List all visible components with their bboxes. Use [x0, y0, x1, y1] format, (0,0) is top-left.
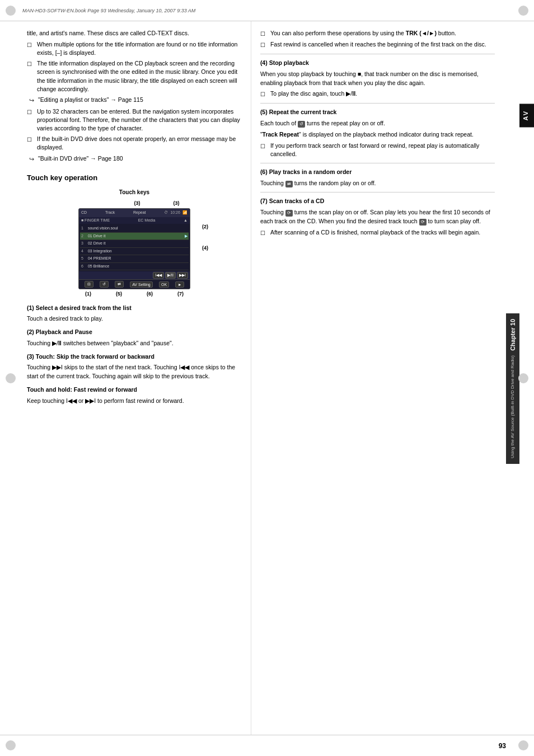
- play-pause-btn[interactable]: ▶/II: [165, 272, 176, 279]
- chapter-number: Chapter 10: [509, 319, 516, 351]
- skip-back-btn[interactable]: I◀◀: [153, 272, 164, 279]
- bullet-text-2: The title information displayed on the C…: [37, 59, 242, 93]
- section-2-title: (2) Playback and Pause: [27, 328, 242, 337]
- callout-top-row: (3) (3): [73, 200, 196, 208]
- cd-interface: CD Track Repeat ⏱ 10:26 📶 ■ FINGER TIME …: [78, 208, 190, 289]
- corner-marker-br: [518, 740, 528, 750]
- note-text-2: "Built-in DVD drive" → Page 180: [38, 154, 242, 163]
- corner-marker-mr: [518, 373, 528, 383]
- track-name-5: 05 Brilliance: [88, 264, 188, 270]
- callout-6: (6): [147, 290, 153, 298]
- checkbox-icon-4: ☐: [27, 135, 35, 144]
- section-4-text: When you stop playback by touching ■, th…: [260, 70, 495, 88]
- section-4-bullet: ☐ To play the disc again, touch ▶/II.: [260, 90, 495, 98]
- arrow-icon-1: ↪: [29, 96, 38, 105]
- separator-4: [260, 192, 495, 192]
- section-3-text: Touching ▶▶I skips to the start of the n…: [27, 363, 242, 381]
- track-row-2[interactable]: 3 02 Drive it: [80, 240, 189, 248]
- track-row-1[interactable]: 2 01 Drive it ▶: [80, 233, 189, 241]
- track-row-4[interactable]: 5 04 PREMIER: [80, 255, 189, 263]
- separator-1: [260, 54, 495, 54]
- track-num-2: 3: [81, 241, 88, 247]
- cd-extra-icon: ▲: [184, 218, 188, 224]
- right-checkbox-1: ☐: [260, 30, 268, 38]
- callout-1: (1): [85, 290, 91, 298]
- cd-time-value: 10:26: [170, 210, 180, 216]
- section-7-checkbox: ☐: [260, 229, 268, 237]
- track-num-0: 1: [81, 226, 88, 232]
- touch-keys-label: Touch keys: [27, 188, 242, 196]
- track-row-5[interactable]: 6 05 Brilliance: [80, 263, 189, 271]
- callout-5: (5): [116, 290, 122, 298]
- checkbox-icon-3: ☐: [27, 108, 35, 116]
- folder-btn[interactable]: ⊟: [85, 281, 93, 288]
- checkbox-icon-1: ☐: [27, 41, 35, 49]
- numbered-sections: (1) Select a desired track from the list…: [27, 304, 242, 406]
- track-num-3: 4: [81, 248, 88, 255]
- repeat-btn[interactable]: ↺: [100, 281, 109, 288]
- cd-middle-controls: I◀◀ ▶/II ▶▶I: [79, 271, 190, 279]
- bullet-text-4: If the built-in DVD drive does not opera…: [37, 135, 242, 152]
- cd-time-icon: ⏱: [164, 210, 168, 216]
- track-name-0: sound.vision.soul: [88, 226, 188, 232]
- bullet-text-1: When multiple options for the title info…: [37, 40, 242, 57]
- callout-7: (7): [177, 290, 184, 298]
- section-3-title: (3) Touch: Skip the track forward or bac…: [27, 353, 242, 361]
- right-checkbox-2: ☐: [260, 41, 268, 49]
- corner-marker-tl: [6, 6, 16, 16]
- chapter-sidebar: Chapter 10 Using the AV Source (Built-in…: [506, 313, 519, 464]
- track-num-4: 5: [81, 256, 88, 262]
- cd-controls-bar: ⊟ ↺ ⇄ AV Setting OK ►: [79, 279, 190, 289]
- bottom-bar: 93: [0, 735, 534, 756]
- left-column: title, and artist's name. These discs ar…: [21, 21, 251, 735]
- bullet-text-3: Up to 32 characters can be entered. But …: [37, 107, 242, 133]
- section-2-text: Touching ▶/II switches between "playback…: [27, 339, 242, 348]
- cd-interface-container: (3) (3) CD Track Repeat ⏱ 10:26 📶: [73, 200, 196, 298]
- right-bullet-text-1: You can also perform these operations by…: [270, 29, 495, 37]
- right-column: ☐ You can also perform these operations …: [251, 21, 500, 735]
- track-name-1: 01 Drive it: [88, 233, 185, 240]
- extra-btn[interactable]: ►: [175, 281, 184, 288]
- shuffle-btn[interactable]: ⇄: [115, 281, 124, 288]
- track-num-1: 2: [81, 233, 88, 240]
- section-6-title: (6) Play tracks in a random order: [260, 168, 495, 177]
- section-7-bullet-text: After scanning of a CD is finished, norm…: [270, 228, 495, 237]
- section-7-bullet: ☐ After scanning of a CD is finished, no…: [260, 228, 495, 237]
- note-item-2: ↪ "Built-in DVD drive" → Page 180: [29, 154, 242, 164]
- right-bullet-1: ☐ You can also perform these operations …: [260, 29, 495, 38]
- separator-3: [260, 163, 495, 163]
- section-4-bullet-text: To play the disc again, touch ▶/II.: [270, 90, 495, 98]
- separator-2: [260, 103, 495, 104]
- finger-time-label: ■ FINGER TIME: [81, 218, 110, 224]
- track-active-indicator: ▶: [185, 233, 188, 240]
- ec-media-label: EC Media: [138, 218, 156, 224]
- skip-fwd-btn[interactable]: ▶▶I: [177, 272, 188, 279]
- callout-3-right: (3): [173, 200, 179, 208]
- section-5-track-repeat: "Track Repeat" is displayed on the playb…: [260, 130, 495, 139]
- section-1-title: (1) Select a desired track from the list: [27, 304, 242, 313]
- track-row-0[interactable]: 1 sound.vision.soul: [80, 225, 189, 233]
- header-text: MAN-HD3-SOFTW-EN.book Page 93 Wednesday,…: [22, 8, 195, 13]
- section-7-title: (7) Scan tracks of a CD: [260, 197, 495, 206]
- callout-3-left: (3): [134, 200, 140, 208]
- ok-btn[interactable]: OK: [159, 281, 169, 288]
- touch-hold-text: Keep touching I◀◀ or ▶▶I to perform fast…: [27, 397, 242, 406]
- callout-bottom-row: (1) (5) (6) (7): [73, 290, 196, 298]
- section-5-bullet: ☐ If you perform track search or fast fo…: [260, 142, 495, 158]
- av-setting-btn[interactable]: AV Setting: [130, 281, 153, 288]
- section-4-checkbox: ☐: [260, 90, 268, 98]
- av-tab: AV: [519, 104, 534, 127]
- cd-label: CD: [81, 210, 87, 216]
- page-number: 93: [499, 742, 506, 750]
- checkbox-icon-2: ☐: [27, 60, 35, 68]
- chapter-description: Using the AV Source (Built-in DVD Drive …: [510, 355, 516, 458]
- bullet-item-3: ☐ Up to 32 characters can be entered. Bu…: [27, 107, 242, 133]
- note-text-1: "Editing a playlist or tracks" → Page 11…: [38, 96, 242, 104]
- top-bar: MAN-HD3-SOFTW-EN.book Page 93 Wednesday,…: [0, 0, 534, 21]
- section-7-text: Touching ⟳ turns the scan play on or off…: [260, 208, 495, 226]
- section-5-checkbox: ☐: [260, 142, 268, 151]
- track-row-3[interactable]: 4 03 Integration: [80, 248, 189, 256]
- bullet-item-2: ☐ The title information displayed on the…: [27, 59, 242, 93]
- cd-time: ⏱ 10:26 📶: [164, 210, 188, 216]
- main-content: title, and artist's name. These discs ar…: [21, 21, 500, 735]
